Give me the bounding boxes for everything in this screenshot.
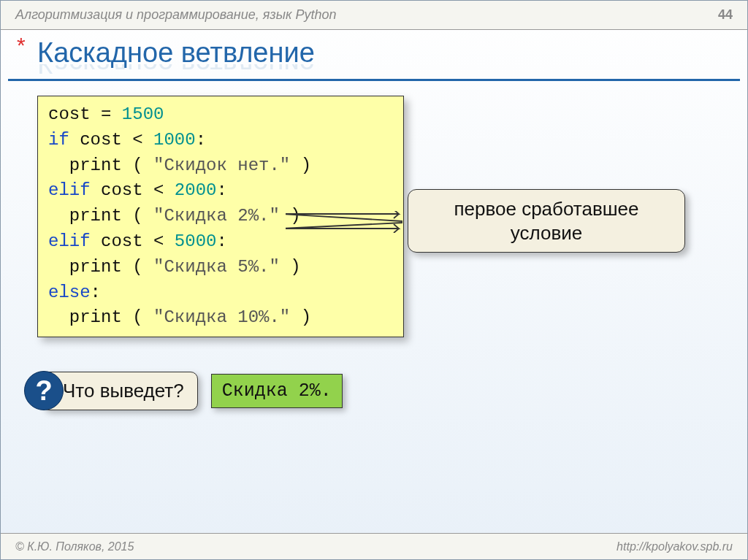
code-text: cost <	[91, 231, 175, 251]
title-reflection: Каскадное ветвление	[37, 64, 711, 79]
code-number: 1000	[153, 130, 196, 150]
content-area: cost = 1500 if cost < 1000: print ( "Ски…	[1, 96, 747, 410]
code-text: )	[280, 257, 301, 277]
code-text: :	[216, 231, 226, 251]
code-number: 1500	[122, 104, 164, 124]
question-row: ? Что выведет? Скидка 2%.	[37, 371, 711, 410]
question-badge-icon: ?	[24, 371, 64, 410]
code-string: "Скидка 5%."	[153, 257, 280, 277]
code-string: "Скидок нет."	[153, 156, 290, 175]
code-text: :	[91, 283, 101, 302]
callout-line1: первое сработавшее	[419, 197, 674, 221]
code-string: "Скидка 10%."	[153, 307, 290, 327]
code-keyword: elif	[48, 231, 91, 251]
code-text: cost <	[91, 180, 175, 200]
code-text: print (	[48, 307, 153, 327]
code-string: "Скидка 2%."	[153, 206, 280, 226]
code-text: :	[216, 180, 226, 200]
code-text: )	[290, 156, 311, 175]
code-keyword: elif	[48, 180, 91, 200]
question-box: Что выведет?	[42, 372, 198, 410]
header-bar: Алгоритмизация и программирование, язык …	[1, 1, 747, 30]
copyright-text: © К.Ю. Поляков, 2015	[15, 540, 134, 553]
footer-bar: © К.Ю. Поляков, 2015 http://kpolyakov.sp…	[1, 533, 747, 559]
code-text: print (	[48, 206, 153, 226]
code-text: )	[280, 206, 301, 226]
code-text: cost <	[69, 130, 153, 150]
code-text: )	[290, 307, 311, 327]
code-number: 2000	[175, 180, 217, 200]
subject-title: Алгоритмизация и программирование, язык …	[15, 7, 718, 23]
code-keyword: if	[48, 130, 69, 150]
title-section: * Каскадное ветвление Каскадное ветвлени…	[8, 30, 740, 81]
footer-url: http://kpolyakov.spb.ru	[617, 540, 733, 553]
question-text: Что выведет?	[63, 380, 184, 402]
answer-box: Скидка 2%.	[211, 374, 343, 408]
code-text: print (	[48, 156, 153, 175]
star-icon: *	[17, 33, 26, 58]
title-text: Каскадное ветвление	[37, 37, 315, 68]
callout-line2: условие	[419, 221, 674, 245]
code-block: cost = 1500 if cost < 1000: print ( "Ски…	[37, 96, 404, 337]
code-text: :	[196, 130, 206, 150]
code-text: print (	[48, 257, 153, 277]
page-number: 44	[718, 7, 733, 23]
code-number: 5000	[175, 231, 217, 251]
question-group: ? Что выведет?	[37, 371, 198, 410]
code-text: cost =	[48, 104, 122, 124]
callout-box: первое сработавшее условие	[408, 189, 685, 253]
code-keyword: else	[48, 283, 91, 302]
